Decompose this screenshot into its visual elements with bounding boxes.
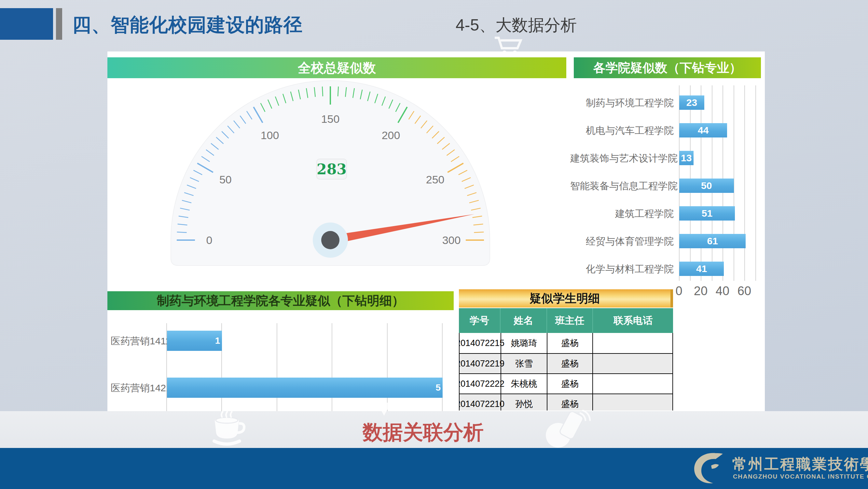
table-row: 2014072222朱桃桃盛杨: [460, 373, 673, 394]
bar: 13: [679, 151, 693, 165]
bar-value-label: 44: [698, 125, 709, 136]
table-cell: 盛杨: [547, 394, 592, 410]
caption-text: 数据关联分析: [326, 419, 521, 446]
table-header-cell: 姓名: [500, 308, 547, 333]
table-cell: 盛杨: [547, 374, 592, 394]
student-table-title: 疑似学生明细: [459, 289, 673, 308]
table-cell: 盛杨: [547, 333, 592, 353]
coffee-cup-icon: [205, 411, 254, 448]
table-cell: 2014072222: [460, 374, 501, 394]
phone-icon: [539, 410, 591, 448]
bar: 1: [167, 331, 222, 351]
category-label: 化学与材料工程学院: [570, 263, 674, 276]
gridline: [755, 85, 756, 281]
category-label: 医药营销1421: [111, 381, 163, 395]
table-cell: 2014072210: [460, 394, 501, 410]
gridline: [387, 323, 388, 411]
table-cell: 2014072215: [460, 333, 501, 353]
table-row: 2014072219张雪盛杨: [460, 353, 673, 373]
gridline: [744, 85, 745, 281]
major-chart-header: 制药与环境工程学院各专业疑似（下钻明细）: [107, 291, 454, 310]
bar-value-label: 23: [686, 97, 697, 108]
gridline: [277, 323, 277, 411]
svg-text:200: 200: [382, 129, 400, 141]
table-cell: 朱桃桃: [501, 374, 547, 394]
school-name-en: CHANGZHOU VOCATIONAL INSTITUTE OF ENGINE…: [733, 473, 868, 480]
svg-text:250: 250: [426, 173, 444, 186]
gridline: [442, 323, 443, 411]
category-label: 建筑装饰与艺术设计学院: [570, 152, 674, 165]
axis-tick-label: 0: [675, 284, 682, 298]
table-row: 2014072215姚璐琦盛杨: [460, 333, 673, 353]
category-label: 智能装备与信息工程学院: [570, 179, 674, 193]
page-title: 四、智能化校园建设的路径: [72, 12, 303, 38]
page-subtitle: 4-5、大数据分析: [456, 15, 577, 36]
category-label: 经贸与体育管理学院: [570, 235, 674, 248]
table-row: 2014072210孙悦盛杨: [460, 394, 673, 410]
bar-value-label: 13: [681, 152, 691, 164]
table-cell: 孙悦: [501, 394, 547, 410]
table-cell: [592, 333, 673, 353]
svg-text:100: 100: [261, 129, 279, 141]
table-cell: 姚璐琦: [501, 333, 547, 353]
svg-text:150: 150: [321, 113, 340, 125]
axis-tick-label: 60: [738, 284, 751, 298]
college-chart-header: 各学院疑似数（下钻专业）: [574, 57, 761, 78]
axis-tick-label: 20: [694, 284, 708, 298]
bar: 41: [679, 262, 724, 276]
bar: 51: [679, 206, 735, 221]
gauge-chart-header: 全校总疑似数: [107, 57, 566, 78]
student-table: 2014072215姚璐琦盛杨2014072219张雪盛杨2014072222朱…: [459, 333, 673, 410]
table-header-cell: 班主任: [547, 308, 592, 333]
school-name-cn: 常州工程職業技術學院: [732, 455, 868, 474]
category-label: 制药与环境工程学院: [570, 96, 674, 110]
category-label: 建筑工程学院: [570, 207, 674, 221]
table-cell: 盛杨: [547, 354, 592, 373]
bar: 50: [679, 178, 734, 193]
slide-page: 四、智能化校园建设的路径 4-5、大数据分析 全校总疑似数 各学院疑似数（下钻专…: [0, 0, 868, 489]
table-cell: [592, 374, 673, 394]
svg-text:0: 0: [206, 234, 213, 246]
table-cell: [592, 394, 673, 410]
table-header-cell: 联系电话: [592, 308, 673, 333]
title-accent-bar: [56, 8, 62, 40]
svg-text:50: 50: [219, 173, 232, 186]
table-cell: 张雪: [501, 354, 547, 373]
category-label: 机电与汽车工程学院: [570, 124, 674, 138]
table-cell: [592, 354, 673, 373]
title-accent-block: [0, 8, 53, 40]
bar-value-label: 51: [702, 208, 712, 219]
bar: 23: [679, 95, 704, 110]
table-header-cell: 学号: [459, 308, 500, 333]
school-logo-icon: [691, 451, 728, 485]
bar-value-label: 61: [707, 235, 718, 247]
bar-value-label: 1: [215, 336, 220, 346]
gridline: [332, 323, 332, 411]
svg-text:300: 300: [442, 234, 461, 246]
axis-tick-label: 40: [716, 284, 730, 298]
category-label: 医药营销1411: [111, 335, 163, 348]
bar: 44: [679, 123, 727, 138]
table-header-row: 学号姓名班主任联系电话: [459, 308, 673, 333]
bar-value-label: 5: [435, 382, 441, 393]
gauge-value: 283: [316, 159, 347, 179]
table-cell: 2014072219: [460, 354, 501, 373]
bar-value-label: 41: [696, 263, 707, 274]
bar-value-label: 50: [701, 180, 712, 191]
down-arrow-icon: [374, 403, 394, 418]
bar: 61: [679, 234, 746, 248]
bar: 5: [167, 378, 443, 398]
